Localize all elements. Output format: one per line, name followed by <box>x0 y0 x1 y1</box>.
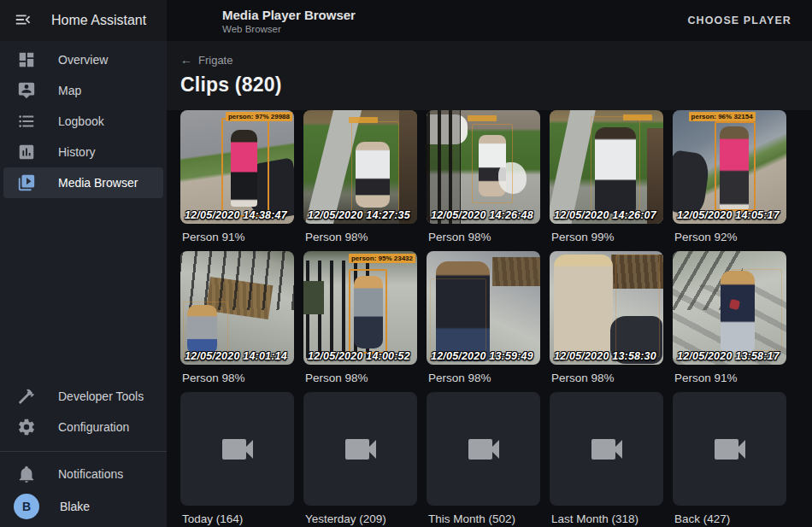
page-title-block: Media Player Browser Web Browser <box>222 8 356 34</box>
detection-box <box>472 124 513 203</box>
folder-thumbnail <box>550 392 663 506</box>
clip-card[interactable]: person: 95% 23432 12/05/2020 14:00:52 Pe… <box>303 251 417 386</box>
menu-toggle-button[interactable] <box>14 10 32 32</box>
clip-card[interactable]: 12/05/2020 13:58:30 Person 98% <box>550 251 663 386</box>
clip-card[interactable]: 12/05/2020 14:26:48 Person 98% <box>427 110 540 245</box>
clip-card[interactable]: 12/05/2020 13:58:17 Person 91% <box>673 251 786 386</box>
clip-caption: Person 91% <box>673 371 786 386</box>
bell-icon <box>17 465 36 483</box>
folder-label: Back (427) <box>673 512 786 527</box>
detection-tag <box>349 117 378 123</box>
sidebar-spacer <box>0 198 167 381</box>
clip-thumbnail: 12/05/2020 14:01:14 <box>180 251 294 365</box>
detection-box <box>591 116 641 220</box>
clip-timestamp: 12/05/2020 14:26:07 <box>554 209 656 221</box>
play-box-multiple-icon <box>17 173 36 192</box>
sidebar-item-overview[interactable]: Overview <box>3 44 163 75</box>
app-title: Home Assistant <box>51 13 146 28</box>
detection-box <box>615 255 660 357</box>
clip-caption: Person 98% <box>180 371 294 386</box>
sidebar-item-developer-tools[interactable]: Developer Tools <box>3 381 163 412</box>
clip-thumbnail: 12/05/2020 13:58:17 <box>673 251 786 365</box>
view-dashboard-icon <box>17 50 36 69</box>
clip-timestamp: 12/05/2020 13:59:49 <box>431 350 533 362</box>
user-name: Blake <box>60 500 90 513</box>
clip-caption: Person 91% <box>180 230 294 245</box>
detection-box <box>430 278 487 360</box>
clip-timestamp: 12/05/2020 14:01:14 <box>185 350 287 362</box>
sidebar-item-label: Map <box>58 84 81 97</box>
folder-card-back[interactable]: Back (427) <box>673 392 786 527</box>
folder-label: Today (164) <box>180 512 294 527</box>
sidebar-header: Home Assistant <box>0 0 167 41</box>
page-title: Clips (820) <box>180 73 798 97</box>
clip-card[interactable]: 12/05/2020 14:27:35 Person 98% <box>303 110 417 245</box>
clip-thumbnail: 12/05/2020 14:27:35 <box>303 110 417 224</box>
arrow-left-icon: ← <box>180 54 192 66</box>
clip-timestamp: 12/05/2020 13:58:17 <box>677 350 780 362</box>
sidebar-item-logbook[interactable]: Logbook <box>3 106 163 137</box>
clip-card[interactable]: person: 96% 32154 12/05/2020 14:05:17 Pe… <box>673 110 786 245</box>
clip-thumbnail: person: 95% 23432 12/05/2020 14:00:52 <box>303 251 417 365</box>
clip-timestamp: 12/05/2020 13:58:30 <box>554 350 656 362</box>
person-figure <box>721 271 755 353</box>
clip-timestamp: 12/05/2020 14:38:47 <box>185 209 287 221</box>
sidebar-item-media-browser[interactable]: Media Browser <box>3 167 163 198</box>
video-camera-icon <box>217 429 258 470</box>
folder-card-last-month[interactable]: Last Month (318) <box>550 392 663 527</box>
folder-thumbnail <box>427 392 540 506</box>
page-header: Media Player Browser Web Browser CHOOSE … <box>167 0 812 41</box>
main-content: ← Frigate Clips (820) person: 97% 29988 … <box>167 41 812 527</box>
video-camera-icon <box>463 429 504 470</box>
sidebar-item-label: Overview <box>58 53 108 67</box>
folder-card-today[interactable]: Today (164) <box>180 392 294 527</box>
sidebar-item-label: Media Browser <box>58 176 138 190</box>
menu-open-icon <box>14 10 32 32</box>
clip-caption: Person 98% <box>427 230 540 245</box>
hammer-icon <box>17 387 36 406</box>
list-bulleted-icon <box>17 112 36 131</box>
sidebar: Overview Map Logbook History Media Brows… <box>0 41 167 527</box>
page-subtitle: Web Browser <box>222 24 356 34</box>
top-app-bar: Home Assistant Media Player Browser Web … <box>0 0 812 41</box>
sidebar-divider <box>0 451 167 452</box>
media-browser-header: ← Frigate Clips (820) <box>167 41 812 110</box>
sidebar-item-map[interactable]: Map <box>3 75 163 106</box>
clip-thumbnail: 12/05/2020 13:58:30 <box>550 251 663 365</box>
person-figure <box>554 255 613 361</box>
breadcrumb-back[interactable]: ← Frigate <box>180 54 232 67</box>
clip-card[interactable]: person: 97% 29988 12/05/2020 14:38:47 Pe… <box>180 110 294 245</box>
folder-thumbnail <box>303 392 417 506</box>
detection-box <box>351 121 399 212</box>
clip-card[interactable]: 12/05/2020 14:26:07 Person 99% <box>550 110 663 245</box>
avatar: B <box>14 494 39 519</box>
clip-card[interactable]: 12/05/2020 14:01:14 Person 98% <box>180 251 294 386</box>
folder-thumbnail <box>673 392 786 506</box>
clip-thumbnail: person: 96% 32154 12/05/2020 14:05:17 <box>673 110 786 224</box>
chart-box-icon <box>17 143 36 161</box>
gear-icon <box>17 418 36 436</box>
video-camera-icon <box>340 429 381 470</box>
clip-timestamp: 12/05/2020 14:27:35 <box>308 209 410 221</box>
folder-card-yesterday[interactable]: Yesterday (209) <box>303 392 417 527</box>
sidebar-item-history[interactable]: History <box>3 137 163 167</box>
clip-thumbnail: person: 97% 29988 12/05/2020 14:38:47 <box>180 110 294 224</box>
sidebar-item-configuration[interactable]: Configuration <box>3 412 163 442</box>
choose-player-button[interactable]: CHOOSE PLAYER <box>682 14 797 27</box>
clip-caption: Person 99% <box>550 230 663 245</box>
sidebar-item-label: Notifications <box>58 467 123 481</box>
sidebar-item-notifications[interactable]: Notifications <box>3 459 163 489</box>
detection-label: person: 97% 29988 <box>226 112 292 121</box>
stroller-shape <box>673 149 711 215</box>
breadcrumb-label: Frigate <box>198 54 232 67</box>
detection-box <box>221 118 269 217</box>
folder-card-this-month[interactable]: This Month (502) <box>427 392 540 527</box>
detection-label: person: 96% 32154 <box>689 112 756 121</box>
clip-card[interactable]: 12/05/2020 13:59:49 Person 98% <box>427 251 540 386</box>
detection-box <box>715 121 756 211</box>
clip-caption: Person 92% <box>673 230 786 245</box>
clip-caption: Person 98% <box>550 371 663 386</box>
clip-timestamp: 12/05/2020 14:05:17 <box>677 209 780 221</box>
sidebar-user-profile[interactable]: B Blake <box>3 489 163 527</box>
clip-timestamp: 12/05/2020 14:00:52 <box>308 350 410 362</box>
